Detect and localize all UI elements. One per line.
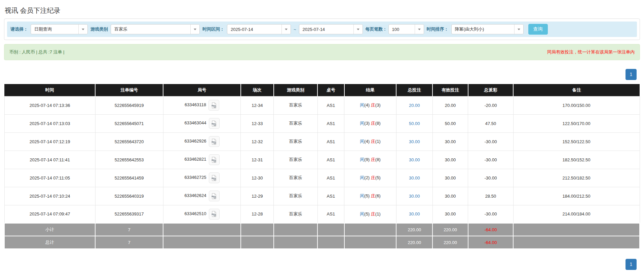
chevron-down-icon[interactable] (514, 25, 523, 34)
total-empty-cell (241, 236, 274, 249)
bet-time: 2025-07-14 07:12:19 (4, 132, 95, 151)
result-player-count: (2) (364, 175, 370, 180)
total-bet-link[interactable]: 30.00 (409, 139, 420, 144)
header-total-bet: 总投注 (396, 84, 432, 96)
chevron-down-icon[interactable] (353, 25, 363, 34)
total-bet-link[interactable]: 50.00 (409, 121, 420, 126)
header-bet-id: 注单编号 (95, 84, 163, 96)
total-bet-cell: 30.00 (396, 169, 432, 187)
remark: 184.00/212.50 (513, 187, 640, 205)
date-from-select[interactable]: 2025-07-14 (227, 24, 291, 34)
table-row: 2025-07-14 07:11:05 522655641459 6334627… (4, 169, 640, 187)
chevron-down-icon[interactable] (78, 25, 87, 34)
total-payout: -64.00 (468, 236, 513, 249)
video-replay-button[interactable] (209, 209, 220, 220)
remark: 182.50/152.50 (513, 151, 640, 169)
result-cell: 闲(5) 庄(1) (344, 205, 396, 223)
payout: 28.50 (468, 187, 513, 205)
query-type-value: 日期查询 (31, 25, 78, 34)
chevron-down-icon[interactable] (281, 25, 291, 34)
page-1-button[interactable]: 1 (626, 259, 637, 270)
range-separator: ~ (294, 27, 296, 32)
round-id: 633462510 (184, 211, 206, 216)
bet-id: 522655642553 (95, 151, 163, 169)
subtotal-empty-cell (513, 223, 640, 236)
result-player-count: (5) (364, 193, 370, 198)
bet-time: 2025-07-14 07:11:05 (4, 169, 95, 187)
round-id: 633462926 (184, 138, 206, 144)
bet-time: 2025-07-14 07:11:41 (4, 151, 95, 169)
pagination-bottom: 1 (7, 259, 637, 270)
result-banker-label: 庄 (371, 175, 375, 180)
payout: -30.00 (468, 169, 513, 187)
filter-panel: 请选择： 日期查询 游戏类别 百家乐 时间区间： 2025-07-14 ~ 20… (4, 18, 640, 40)
round-cell: 633462510 (163, 205, 240, 223)
summary-bar: 币别 : 人民币 | 总共 :7 注单 | 同局有效投注，统一计算在该局第一张注… (4, 44, 640, 60)
video-replay-button[interactable] (209, 100, 219, 111)
video-replay-button[interactable] (209, 118, 220, 129)
result-player-label: 闲 (360, 103, 364, 108)
result-banker-count: (3) (375, 103, 381, 108)
game-type-select[interactable]: 百家乐 (111, 24, 200, 34)
chevron-down-icon[interactable] (190, 25, 199, 34)
summary-notice: 同局有效投注，统一计算在该局第一张注单内 (547, 49, 635, 55)
table-number: AS1 (317, 187, 344, 205)
total-valid-bet: 220.00 (432, 236, 468, 249)
table-number: AS1 (317, 169, 344, 187)
per-page-select[interactable]: 100 (388, 24, 424, 34)
total-bet-link[interactable]: 30.00 (409, 157, 420, 162)
session: 12-31 (241, 151, 274, 169)
result-cell: 闲(3) 庄(8) (344, 114, 396, 132)
time-sort-select[interactable]: 降冪(由大到小) (451, 24, 524, 34)
video-replay-button[interactable] (209, 136, 220, 147)
session: 12-33 (241, 114, 274, 132)
table-row: 2025-07-14 07:12:19 522655643720 6334629… (4, 132, 640, 151)
table-row: 2025-07-14 07:13:36 522655645919 6334631… (4, 96, 640, 114)
bet-time: 2025-07-14 07:13:03 (4, 114, 95, 132)
result-cell: 闲(9) 庄(8) (344, 151, 396, 169)
round-cell: 633462821 (163, 151, 240, 169)
video-replay-icon (211, 157, 217, 163)
search-button[interactable]: 查询 (528, 24, 548, 35)
round-id: 633463044 (184, 120, 206, 125)
subtotal-valid-bet: 220.00 (432, 223, 468, 236)
date-to-select[interactable]: 2025-07-14 (299, 24, 363, 34)
query-type-select[interactable]: 日期查询 (31, 24, 88, 34)
video-replay-button[interactable] (209, 154, 220, 165)
video-replay-button[interactable] (209, 172, 220, 183)
header-valid-bet: 有效投注 (432, 84, 468, 96)
payout: -30.00 (468, 151, 513, 169)
bet-id: 522655643720 (95, 132, 163, 151)
table-row: 2025-07-14 07:13:03 522655645071 6334630… (4, 114, 640, 132)
table-row: 2025-07-14 07:09:47 522655639317 6334625… (4, 205, 640, 223)
round-id: 633462821 (184, 157, 206, 162)
session: 12-28 (241, 205, 274, 223)
result-player-label: 闲 (360, 175, 364, 180)
game-type: 百家乐 (274, 151, 317, 169)
page-1-button[interactable]: 1 (626, 69, 637, 80)
round-cell: 633463044 (163, 114, 240, 132)
valid-bet: 30.00 (432, 187, 468, 205)
round-cell: 633462624 (163, 187, 240, 205)
result-player-count: (4) (364, 103, 370, 108)
result-banker-label: 庄 (371, 193, 375, 198)
subtotal-total-bet: 220.00 (396, 223, 432, 236)
total-bet-link[interactable]: 30.00 (409, 175, 420, 181)
total-empty-cell (317, 236, 344, 249)
header-session: 场次 (241, 84, 274, 96)
round-id: 633462725 (184, 175, 206, 180)
round-id: 633462624 (184, 193, 206, 198)
table-number: AS1 (317, 151, 344, 169)
total-bet-link[interactable]: 30.00 (409, 211, 420, 216)
total-row: 总计 7 220.00 220.00 -64.00 (4, 236, 640, 249)
total-bet-link[interactable]: 30.00 (409, 194, 420, 199)
subtotal-payout: -64.00 (468, 223, 513, 236)
valid-bet: 30.00 (432, 132, 468, 151)
table-number: AS1 (317, 205, 344, 223)
video-replay-button[interactable] (209, 191, 220, 201)
remark: 170.00/150.00 (513, 96, 640, 114)
total-bet-link[interactable]: 20.00 (409, 103, 420, 108)
chevron-down-icon[interactable] (415, 25, 424, 34)
result-banker-label: 庄 (371, 211, 375, 216)
result-player-label: 闲 (360, 121, 364, 126)
